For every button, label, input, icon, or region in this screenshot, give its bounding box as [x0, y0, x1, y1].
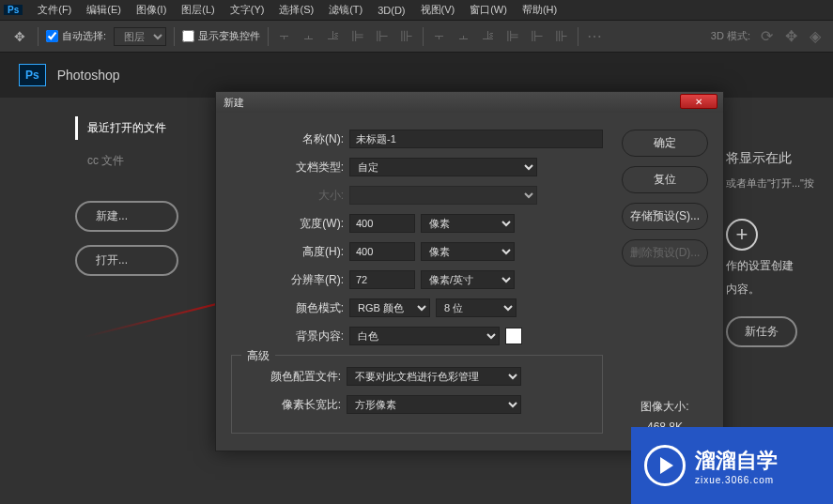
open-button[interactable]: 打开...: [75, 245, 178, 276]
auto-select-input[interactable]: [46, 30, 58, 42]
save-preset-button[interactable]: 存储预设(S)...: [622, 203, 708, 230]
3d-orbit-icon[interactable]: ⟳: [758, 28, 775, 45]
name-input[interactable]: [349, 130, 603, 148]
app-name: Photoshop: [57, 68, 120, 83]
move-tool-icon[interactable]: ✥: [9, 26, 30, 47]
show-transform-label: 显示变换控件: [198, 29, 260, 43]
divider: [423, 27, 424, 46]
menu-3d[interactable]: 3D(D): [370, 3, 412, 18]
divider: [578, 27, 578, 46]
width-label: 宽度(W):: [231, 216, 344, 232]
resolution-label: 分辨率(R):: [231, 272, 344, 288]
start-sidebar: 最近打开的文件 cc 文件 新建... 打开...: [75, 116, 207, 289]
ratio-label: 像素长宽比:: [241, 397, 341, 413]
menu-filter[interactable]: 滤镜(T): [321, 1, 370, 19]
colormode-label: 颜色模式:: [231, 300, 344, 316]
new-task-button[interactable]: 新任务: [726, 316, 797, 347]
distribute-icon[interactable]: ⫡: [480, 28, 497, 45]
tab-cc-files[interactable]: cc 文件: [75, 149, 207, 173]
divider: [38, 27, 39, 46]
reset-button[interactable]: 复位: [622, 166, 708, 193]
distribute-icon[interactable]: ⫠: [455, 28, 472, 45]
delete-preset-button: 删除预设(D)...: [622, 239, 708, 267]
align-icon[interactable]: ⫟: [276, 28, 293, 45]
new-document-dialog: 新建 ✕ 名称(N): 文档类型: 自定 大小: 宽度(W): 像素 高度(H: [215, 91, 724, 451]
3d-mode-label: 3D 模式:: [711, 29, 750, 43]
width-input[interactable]: [349, 214, 415, 233]
doctype-label: 文档类型:: [231, 160, 344, 176]
height-input[interactable]: [349, 242, 415, 261]
desc-text: 内容。: [726, 282, 814, 298]
size-label: 图像大小:: [622, 399, 708, 415]
width-unit-select[interactable]: 像素: [421, 214, 515, 233]
profile-label: 颜色配置文件:: [241, 369, 341, 385]
size-label: 大小:: [231, 188, 344, 204]
dialog-titlebar[interactable]: 新建 ✕: [216, 92, 723, 113]
height-label: 高度(H):: [231, 244, 344, 260]
app-badge: Ps: [19, 64, 46, 86]
ratio-select[interactable]: 方形像素: [347, 395, 521, 414]
divider: [268, 27, 269, 46]
advanced-fieldset: 高级 颜色配置文件: 不要对此文档进行色彩管理 像素长宽比: 方形像素: [231, 355, 603, 434]
distribute-icon[interactable]: ⊫: [504, 28, 521, 45]
more-icon[interactable]: ⋯: [586, 28, 603, 45]
watermark-main: 溜溜自学: [695, 447, 778, 475]
align-icon[interactable]: ⫠: [301, 28, 317, 45]
menu-edit[interactable]: 编辑(E): [79, 1, 129, 19]
ok-button[interactable]: 确定: [622, 130, 708, 157]
doctype-select[interactable]: 自定: [349, 158, 537, 176]
menu-window[interactable]: 窗口(W): [462, 1, 515, 19]
colormode-select[interactable]: RGB 颜色: [349, 298, 430, 317]
plus-icon[interactable]: +: [726, 219, 758, 251]
menu-image[interactable]: 图像(I): [129, 1, 174, 19]
3d-zoom-icon[interactable]: ◈: [807, 28, 824, 45]
hint-text: 或者单击"打开..."按: [726, 176, 814, 191]
show-transform-checkbox[interactable]: 显示变换控件: [182, 29, 260, 43]
resolution-input[interactable]: [349, 270, 415, 289]
align-icon[interactable]: ⫡: [325, 28, 342, 45]
tab-recent[interactable]: 最近打开的文件: [75, 116, 207, 140]
advanced-label: 高级: [241, 348, 275, 364]
align-icon[interactable]: ⊪: [398, 28, 415, 45]
align-icon[interactable]: ⊩: [374, 28, 391, 45]
height-unit-select[interactable]: 像素: [421, 242, 515, 261]
menu-type[interactable]: 文字(Y): [223, 1, 272, 19]
bg-color-swatch[interactable]: [505, 328, 522, 344]
dialog-form: 名称(N): 文档类型: 自定 大小: 宽度(W): 像素 高度(H): 像素: [231, 130, 603, 434]
layer-dropdown[interactable]: 图层: [114, 27, 166, 46]
distribute-icon[interactable]: ⫟: [431, 28, 448, 45]
watermark-text: 溜溜自学 zixue.3066.com: [695, 447, 778, 485]
bg-label: 背景内容:: [231, 328, 344, 344]
desc-text: 作的设置创建: [726, 258, 814, 274]
options-bar: ✥ 自动选择: 图层 显示变换控件 ⫟ ⫠ ⫡ ⊫ ⊩ ⊪ ⫟ ⫠ ⫡ ⊫ ⊩ …: [0, 21, 833, 53]
resolution-unit-select[interactable]: 像素/英寸: [421, 270, 515, 289]
menu-select[interactable]: 选择(S): [271, 1, 321, 19]
auto-select-checkbox[interactable]: 自动选择:: [46, 29, 106, 43]
3d-pan-icon[interactable]: ✥: [782, 28, 799, 45]
bitdepth-select[interactable]: 8 位: [436, 298, 517, 317]
menu-layer[interactable]: 图层(L): [174, 1, 222, 19]
dialog-side-buttons: 确定 复位 存储预设(S)... 删除预设(D)... 图像大小: 468.8K: [622, 130, 708, 434]
show-transform-input[interactable]: [182, 30, 194, 42]
auto-select-label: 自动选择:: [62, 29, 106, 43]
right-panel-hints: 将显示在此 或者单击"打开..."按 + 作的设置创建 内容。 新任务: [726, 150, 814, 347]
size-select: [349, 186, 537, 205]
new-button[interactable]: 新建...: [75, 201, 178, 232]
watermark: 溜溜自学 zixue.3066.com: [631, 427, 833, 504]
bg-select[interactable]: 白色: [349, 327, 500, 345]
hint-text: 将显示在此: [726, 150, 814, 167]
menu-help[interactable]: 帮助(H): [515, 1, 564, 19]
menu-view[interactable]: 视图(V): [413, 1, 463, 19]
divider: [174, 27, 175, 46]
align-icon[interactable]: ⊫: [349, 28, 366, 45]
distribute-icon[interactable]: ⊩: [529, 28, 546, 45]
close-icon[interactable]: ✕: [680, 94, 717, 109]
dialog-title-text: 新建: [224, 96, 244, 110]
play-icon: [644, 445, 686, 486]
menubar: Ps 文件(F) 编辑(E) 图像(I) 图层(L) 文字(Y) 选择(S) 滤…: [0, 0, 833, 21]
profile-select[interactable]: 不要对此文档进行色彩管理: [347, 367, 521, 386]
distribute-icon[interactable]: ⊪: [553, 28, 570, 45]
menu-file[interactable]: 文件(F): [30, 1, 79, 19]
dialog-body: 名称(N): 文档类型: 自定 大小: 宽度(W): 像素 高度(H): 像素: [216, 113, 723, 451]
watermark-sub: zixue.3066.com: [695, 475, 778, 485]
